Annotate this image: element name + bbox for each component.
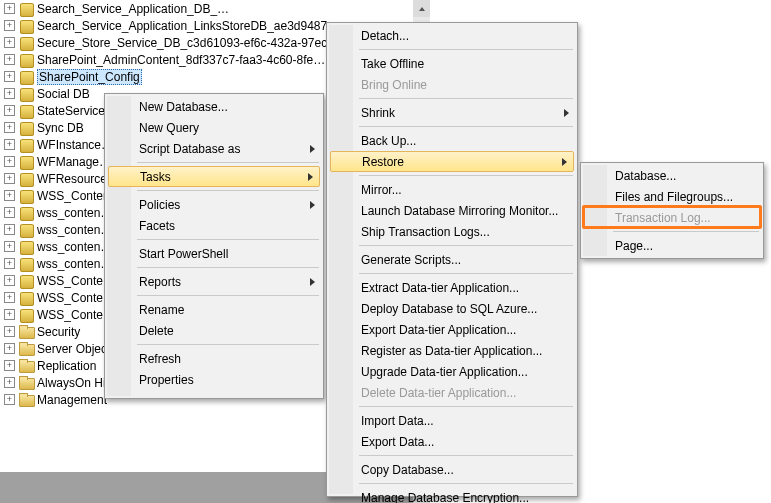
menu-item-page[interactable]: Page... xyxy=(583,235,761,256)
expand-icon[interactable]: + xyxy=(4,71,15,82)
menu-item-label: Deploy Database to SQL Azure... xyxy=(361,302,537,316)
menu-item-properties[interactable]: Properties xyxy=(107,369,321,390)
menu-item-label: Database... xyxy=(615,169,676,183)
menu-item-facets[interactable]: Facets xyxy=(107,215,321,236)
menu-item-label: Take Offline xyxy=(361,57,424,71)
menu-item-label: Properties xyxy=(139,373,194,387)
menu-item-new-query[interactable]: New Query xyxy=(107,117,321,138)
folder-icon xyxy=(19,325,33,339)
expand-icon[interactable]: + xyxy=(4,292,15,303)
expand-icon[interactable]: + xyxy=(4,377,15,388)
expand-icon[interactable]: + xyxy=(4,105,15,116)
expand-icon[interactable]: + xyxy=(4,122,15,133)
menu-item-register-as-data-tier-application[interactable]: Register as Data-tier Application... xyxy=(329,340,575,361)
menu-separator xyxy=(613,231,759,232)
menu-item-ship-transaction-logs[interactable]: Ship Transaction Logs... xyxy=(329,221,575,242)
expand-icon[interactable]: + xyxy=(4,394,15,405)
expand-icon[interactable]: + xyxy=(4,37,15,48)
menu-item-label: Rename xyxy=(139,303,184,317)
menu-item-start-powershell[interactable]: Start PowerShell xyxy=(107,243,321,264)
database-icon xyxy=(19,257,33,271)
database-icon xyxy=(19,291,33,305)
expand-icon[interactable]: + xyxy=(4,173,15,184)
menu-item-delete[interactable]: Delete xyxy=(107,320,321,341)
menu-separator xyxy=(137,344,319,345)
menu-item-label: Policies xyxy=(139,198,180,212)
expand-icon[interactable]: + xyxy=(4,54,15,65)
expand-icon[interactable]: + xyxy=(4,343,15,354)
menu-item-rename[interactable]: Rename xyxy=(107,299,321,320)
database-icon xyxy=(19,53,33,67)
expand-icon[interactable]: + xyxy=(4,241,15,252)
expand-icon[interactable]: + xyxy=(4,20,15,31)
expand-icon[interactable]: + xyxy=(4,326,15,337)
menu-item-take-offline[interactable]: Take Offline xyxy=(329,53,575,74)
menu-item-refresh[interactable]: Refresh xyxy=(107,348,321,369)
menu-separator xyxy=(359,175,573,176)
menu-item-label: Export Data... xyxy=(361,435,434,449)
expand-icon[interactable]: + xyxy=(4,309,15,320)
menu-item-import-data[interactable]: Import Data... xyxy=(329,410,575,431)
menu-separator xyxy=(359,49,573,50)
menu-item-export-data-tier-application[interactable]: Export Data-tier Application... xyxy=(329,319,575,340)
scroll-up-button[interactable] xyxy=(413,0,430,17)
menu-item-script-database-as[interactable]: Script Database as xyxy=(107,138,321,159)
menu-item-back-up[interactable]: Back Up... xyxy=(329,130,575,151)
context-menu-restore[interactable]: Database...Files and Filegroups...Transa… xyxy=(580,162,764,259)
menu-item-export-data[interactable]: Export Data... xyxy=(329,431,575,452)
menu-item-files-and-filegroups[interactable]: Files and Filegroups... xyxy=(583,186,761,207)
tree-node-label: wss_conten… xyxy=(37,257,112,271)
tree-node-label: wss_conten… xyxy=(37,223,112,237)
tree-node-label: Search_Service_Application_LinksStoreDB_… xyxy=(37,19,339,33)
expand-icon[interactable]: + xyxy=(4,156,15,167)
tree-node-label: Search_Service_Application_DB_… xyxy=(37,2,229,16)
expand-icon[interactable]: + xyxy=(4,190,15,201)
expand-icon[interactable]: + xyxy=(4,258,15,269)
menu-item-label: Manage Database Encryption... xyxy=(361,491,529,504)
expand-icon[interactable]: + xyxy=(4,275,15,286)
menu-separator xyxy=(137,162,319,163)
menu-separator xyxy=(137,267,319,268)
database-icon xyxy=(19,2,33,16)
menu-item-label: Restore xyxy=(362,155,404,169)
menu-item-database[interactable]: Database... xyxy=(583,165,761,186)
menu-item-restore[interactable]: Restore xyxy=(330,151,574,172)
menu-item-manage-database-encryption[interactable]: Manage Database Encryption... xyxy=(329,487,575,503)
menu-item-tasks[interactable]: Tasks xyxy=(108,166,320,187)
menu-item-label: Reports xyxy=(139,275,181,289)
menu-item-copy-database[interactable]: Copy Database... xyxy=(329,459,575,480)
tree-node-label: Sync DB xyxy=(37,121,84,135)
context-menu-tasks[interactable]: Detach...Take OfflineBring OnlineShrinkB… xyxy=(326,22,578,497)
tree-node-label: SharePoint_AdminContent_8df337c7-faa3-4c… xyxy=(37,53,325,67)
menu-item-launch-database-mirroring-monitor[interactable]: Launch Database Mirroring Monitor... xyxy=(329,200,575,221)
menu-item-deploy-database-to-sql-azure[interactable]: Deploy Database to SQL Azure... xyxy=(329,298,575,319)
menu-item-upgrade-data-tier-application[interactable]: Upgrade Data-tier Application... xyxy=(329,361,575,382)
menu-item-detach[interactable]: Detach... xyxy=(329,25,575,46)
menu-item-shrink[interactable]: Shrink xyxy=(329,102,575,123)
tree-node-label: WFInstance… xyxy=(37,138,113,152)
menu-item-delete-data-tier-application: Delete Data-tier Application... xyxy=(329,382,575,403)
tree-node-label: Secure_Store_Service_DB_c3d61093-ef6c-43… xyxy=(37,36,339,50)
tree-node-label: Security xyxy=(37,325,80,339)
menu-item-policies[interactable]: Policies xyxy=(107,194,321,215)
expand-icon[interactable]: + xyxy=(4,88,15,99)
expand-icon[interactable]: + xyxy=(4,207,15,218)
expand-icon[interactable]: + xyxy=(4,3,15,14)
menu-item-reports[interactable]: Reports xyxy=(107,271,321,292)
menu-item-mirror[interactable]: Mirror... xyxy=(329,179,575,200)
expand-icon[interactable]: + xyxy=(4,224,15,235)
context-menu-database[interactable]: New Database...New QueryScript Database … xyxy=(104,93,324,399)
menu-item-label: Copy Database... xyxy=(361,463,454,477)
menu-item-new-database[interactable]: New Database... xyxy=(107,96,321,117)
chevron-up-icon xyxy=(418,5,426,13)
menu-item-label: Extract Data-tier Application... xyxy=(361,281,519,295)
expand-icon[interactable]: + xyxy=(4,139,15,150)
menu-separator xyxy=(137,295,319,296)
tree-database-node[interactable]: +Search_Service_Application_DB_… xyxy=(0,0,430,17)
menu-item-label: Ship Transaction Logs... xyxy=(361,225,490,239)
menu-item-extract-data-tier-application[interactable]: Extract Data-tier Application... xyxy=(329,277,575,298)
menu-item-generate-scripts[interactable]: Generate Scripts... xyxy=(329,249,575,270)
folder-icon xyxy=(19,376,33,390)
database-icon xyxy=(19,138,33,152)
expand-icon[interactable]: + xyxy=(4,360,15,371)
